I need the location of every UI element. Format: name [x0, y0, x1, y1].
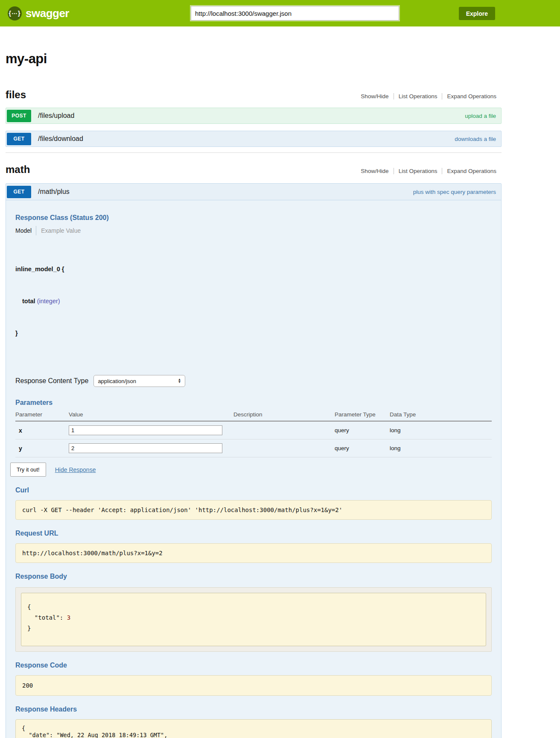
operation-summary[interactable]: downloads a file [455, 136, 496, 142]
parameter-y-input[interactable] [69, 443, 222, 453]
post-method-badge: POST [7, 110, 31, 122]
header-bar: {⋯} swagger Explore [0, 0, 560, 26]
response-headers-heading: Response Headers [15, 706, 492, 713]
swagger-url-input[interactable] [191, 6, 399, 20]
request-url-heading: Request URL [15, 530, 492, 537]
show-hide-link[interactable]: Show/Hide [356, 93, 393, 100]
response-body-container: { "total": 3 } [15, 587, 492, 652]
parameters-heading: Parameters [15, 399, 492, 407]
response-headers-json: { "date": "Wed, 22 Aug 2018 18:49:13 GMT… [15, 719, 492, 738]
list-operations-link[interactable]: List Operations [394, 168, 442, 174]
request-url-value: http://localhost:3000/math/plus?x=1&y=2 [15, 543, 492, 563]
parameter-row-y: y query long [15, 439, 492, 457]
column-header-data-type: Data Type [390, 407, 492, 421]
section-divider [6, 152, 502, 153]
try-it-out-button[interactable]: Try it out! [10, 463, 46, 477]
parameter-data-type: long [390, 421, 492, 439]
operation-row-get-files-download[interactable]: GET /files/download downloads a file [6, 131, 502, 147]
section-links: Show/Hide List Operations Expand Operati… [356, 93, 502, 100]
response-body-heading: Response Body [15, 573, 492, 580]
operation-path[interactable]: /math/plus [38, 188, 70, 196]
operation-path[interactable]: /files/upload [38, 112, 74, 120]
tab-model[interactable]: Model [15, 227, 32, 234]
sandbox-actions: Try it out! Hide Response [10, 463, 492, 477]
model-tabs: Model Example Value [15, 226, 492, 235]
column-header-value: Value [69, 407, 233, 421]
response-body-json: { "total": 3 } [21, 593, 486, 646]
explore-button[interactable]: Explore [459, 7, 495, 20]
section-links: Show/Hide List Operations Expand Operati… [356, 168, 502, 174]
operation-row-get-math-plus[interactable]: GET /math/plus plus with spec query para… [6, 184, 501, 200]
response-class-heading: Response Class (Status 200) [15, 214, 492, 222]
operation-path[interactable]: /files/download [38, 135, 83, 143]
column-header-parameter: Parameter [15, 407, 69, 421]
operation-row-post-files-upload[interactable]: POST /files/upload upload a file [6, 108, 502, 124]
expand-operations-link[interactable]: Expand Operations [442, 93, 502, 100]
operation-summary[interactable]: upload a file [465, 113, 496, 119]
response-content-type-select[interactable]: application/json ▲▼ [93, 375, 185, 387]
parameter-data-type: long [390, 439, 492, 457]
list-operations-link[interactable]: List Operations [394, 93, 442, 100]
response-code-heading: Response Code [15, 662, 492, 669]
section-math: math Show/Hide List Operations Expand Op… [6, 164, 502, 738]
swagger-logo[interactable]: {⋯} swagger [8, 6, 69, 20]
page-title: my-api [6, 51, 502, 67]
parameters-table: Parameter Value Description Parameter Ty… [15, 407, 492, 457]
parameter-description [233, 421, 335, 439]
section-files: files Show/Hide List Operations Expand O… [6, 89, 502, 147]
response-content-type-row: Response Content Type application/json ▲… [15, 375, 492, 387]
model-signature: inline_model_0 { total (integer) } [15, 243, 492, 360]
parameter-x-input[interactable] [69, 425, 222, 435]
operation-detail-panel: Response Class (Status 200) Model Exampl… [6, 200, 501, 738]
column-header-description: Description [233, 407, 335, 421]
section-title-files: files [6, 89, 26, 101]
select-arrows-icon: ▲▼ [178, 378, 181, 384]
curl-command: curl -X GET --header 'Accept: applicatio… [15, 500, 492, 520]
get-method-badge: GET [7, 133, 31, 145]
parameter-description [233, 439, 335, 457]
parameter-row-x: x query long [15, 421, 492, 439]
parameter-name: y [15, 439, 69, 457]
get-method-badge: GET [7, 186, 31, 198]
parameter-type: query [335, 439, 390, 457]
hide-response-link[interactable]: Hide Response [55, 466, 96, 473]
show-hide-link[interactable]: Show/Hide [356, 168, 393, 174]
tab-example-value[interactable]: Example Value [36, 226, 81, 235]
swagger-logo-icon: {⋯} [8, 6, 22, 20]
section-title-math: math [6, 164, 30, 176]
response-content-type-label: Response Content Type [15, 377, 88, 385]
operation-summary[interactable]: plus with spec query parameters [413, 189, 496, 195]
selected-content-type: application/json [98, 378, 136, 384]
expand-operations-link[interactable]: Expand Operations [442, 168, 502, 174]
swagger-logo-text: swagger [26, 7, 69, 20]
parameter-type: query [335, 421, 390, 439]
curl-heading: Curl [15, 486, 492, 494]
operation-block-get-math-plus: GET /math/plus plus with spec query para… [6, 183, 502, 738]
column-header-parameter-type: Parameter Type [335, 407, 390, 421]
response-code-value: 200 [15, 675, 492, 696]
parameter-name: x [15, 421, 69, 439]
